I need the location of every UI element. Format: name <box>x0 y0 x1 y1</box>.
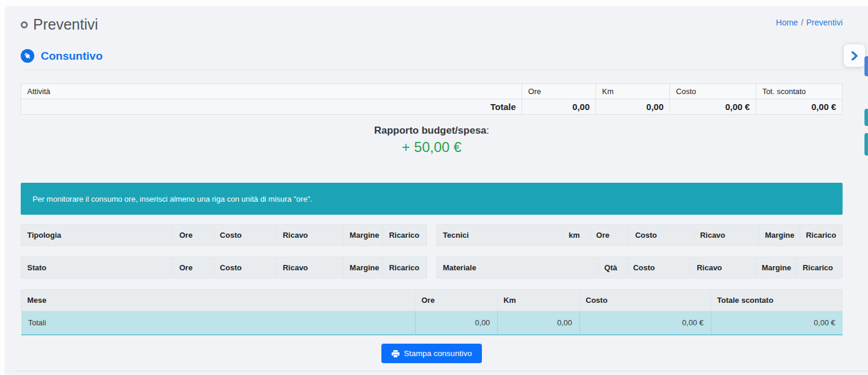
info-alert-text: Per monitorare il consumo ore, inserisci… <box>33 195 312 203</box>
page-title: Preventivi <box>33 16 98 33</box>
col-km: Km <box>596 84 670 99</box>
tipologia-col-name: Tipologia <box>21 225 173 246</box>
tecnici-table: Tecnici km Ore Costo Ricavo Margine Rica… <box>436 224 843 246</box>
monthly-col-costo: Costo <box>579 290 711 311</box>
total-tot-scontato: 0,00 € <box>756 99 843 115</box>
breadcrumb-separator: / <box>801 18 804 27</box>
stato-col-name: Stato <box>21 257 173 279</box>
chevron-right-icon <box>851 51 859 60</box>
tecnici-col-km: km <box>562 225 590 246</box>
materiale-col-ricavo: Ricavo <box>691 257 756 279</box>
monthly-col-totale-scontato: Totale scontato <box>711 290 842 311</box>
tipologia-table: Tipologia Ore Costo Ricavo Margine Ricar… <box>21 224 427 246</box>
col-attivita: Attività <box>21 84 522 99</box>
stato-col-ricarico: Ricarico <box>383 257 426 279</box>
col-tot-scontato: Tot. scontato <box>756 84 843 99</box>
col-costo: Costo <box>670 84 756 99</box>
summary-header-row: Attività Ore Km Costo Tot. scontato <box>21 84 843 99</box>
print-report-button[interactable]: Stampa consuntivo <box>381 344 482 363</box>
breakdown-grid: Tipologia Ore Costo Ricavo Margine Ricar… <box>21 224 843 279</box>
plug-icon <box>21 49 34 63</box>
breadcrumb-home-link[interactable]: Home <box>776 18 798 27</box>
monthly-col-km: Km <box>497 290 579 311</box>
module-ring-icon <box>21 21 28 28</box>
monthly-header-row: Mese Ore Km Costo Totale scontato <box>21 290 843 311</box>
summary-table: Attività Ore Km Costo Tot. scontato Tota… <box>21 83 843 115</box>
monthly-col-ore: Ore <box>415 290 497 311</box>
breadcrumb-current-link[interactable]: Preventivi <box>807 18 843 27</box>
section-title: Consuntivo <box>41 50 103 63</box>
materiale-col-ricarico: Ricarico <box>796 257 843 279</box>
tecnici-col-ricavo: Ricavo <box>694 225 759 246</box>
tipologia-col-margine: Margine <box>344 225 383 246</box>
section-heading: Consuntivo <box>21 49 843 63</box>
tipologia-col-ore: Ore <box>173 225 214 246</box>
budget-value: + 50,00 € <box>21 139 843 156</box>
budget-colon: : <box>487 125 490 136</box>
budget-section: Rapporto budget/spesa: + 50,00 € <box>21 125 843 156</box>
monthly-table: Mese Ore Km Costo Totale scontato Totali… <box>21 289 843 335</box>
monthly-total-km: 0,00 <box>497 311 579 335</box>
edge-button-blue[interactable] <box>864 56 868 76</box>
print-report-label: Stampa consuntivo <box>404 349 472 358</box>
monthly-total-costo: 0,00 € <box>579 311 711 335</box>
monthly-col-mese: Mese <box>21 290 416 311</box>
section-divider <box>21 69 843 70</box>
tecnici-col-margine: Margine <box>759 225 799 246</box>
col-ore: Ore <box>522 84 596 99</box>
materiale-col-costo: Costo <box>627 257 691 279</box>
page-header: Preventivi Home/Preventivi <box>21 6 843 33</box>
monthly-total-row: Totali 0,00 0,00 0,00 € 0,00 € <box>21 311 843 335</box>
edge-button-teal-2[interactable] <box>864 133 868 156</box>
materiale-col-qta: Qtà <box>598 257 627 279</box>
stato-col-margine: Margine <box>344 257 383 279</box>
stato-col-costo: Costo <box>213 257 276 279</box>
monthly-total-scontato: 0,00 € <box>711 311 842 335</box>
tipologia-col-ricavo: Ricavo <box>277 225 344 246</box>
tipologia-col-ricarico: Ricarico <box>383 225 426 246</box>
footer-divider <box>15 371 868 371</box>
tecnici-col-name: Tecnici <box>437 225 563 246</box>
info-alert: Per monitorare il consumo ore, inserisci… <box>21 183 843 215</box>
stato-col-ricavo: Ricavo <box>277 257 344 279</box>
total-km: 0,00 <box>596 99 670 115</box>
stato-table: Stato Ore Costo Ricavo Margine Ricarico <box>21 257 427 279</box>
monthly-total-ore: 0,00 <box>415 311 497 335</box>
tecnici-col-costo: Costo <box>629 225 694 246</box>
tipologia-col-costo: Costo <box>213 225 276 246</box>
actions-row: Stampa consuntivo <box>21 344 843 363</box>
total-label: Totale <box>21 99 522 115</box>
stato-col-ore: Ore <box>173 257 214 279</box>
summary-total-row: Totale 0,00 0,00 0,00 € 0,00 € <box>21 99 843 115</box>
materiale-table: Materiale Qtà Costo Ricavo Margine Ricar… <box>436 257 843 279</box>
tecnici-col-ricarico: Ricarico <box>799 225 842 246</box>
tecnici-col-ore: Ore <box>590 225 629 246</box>
edge-button-teal-1[interactable] <box>864 109 868 126</box>
monthly-total-label: Totali <box>21 311 416 335</box>
materiale-col-margine: Margine <box>756 257 796 279</box>
printer-icon <box>391 350 400 358</box>
total-costo: 0,00 € <box>670 99 756 115</box>
main-panel: Preventivi Home/Preventivi Consuntivo <box>5 6 868 375</box>
side-panel-toggle[interactable] <box>844 44 865 67</box>
total-ore: 0,00 <box>522 99 596 115</box>
materiale-col-name: Materiale <box>437 257 598 279</box>
breadcrumb: Home/Preventivi <box>776 16 843 27</box>
budget-label: Rapporto budget/spesa <box>374 125 487 136</box>
